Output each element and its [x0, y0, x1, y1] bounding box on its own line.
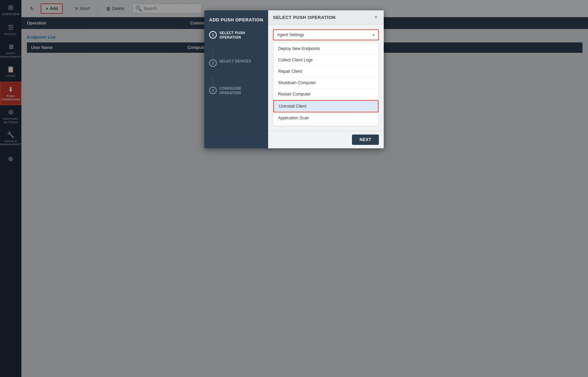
modal-overlay[interactable]: ADD PUSH OPERATION 1 SELECT PUSH OPERATI…	[0, 0, 588, 377]
modal-header: Select push operation ×	[268, 10, 384, 24]
modal-step-3: 3 CONFIGURE OPERATION	[209, 86, 263, 95]
dropdown-item-application-scan[interactable]: Application Scan	[273, 112, 379, 124]
modal-step-1: 1 SELECT PUSH OPERATION	[209, 31, 263, 40]
step-1-label: SELECT PUSH OPERATION	[219, 31, 263, 40]
modal-step-2: 2 SELECT DEVICES	[209, 59, 263, 67]
modal-footer: NEXT	[268, 131, 384, 148]
dropdown-item-uninstall-client[interactable]: Uninstall Client	[273, 100, 379, 112]
step-connector-1	[213, 49, 213, 58]
step-connector-2	[213, 77, 213, 85]
dropdown-item-kill-process[interactable]: Kill Process	[273, 124, 379, 126]
modal-title: ADD PUSH OPERATION	[209, 17, 263, 22]
push-operation-dropdown[interactable]: Agent Settings ▾	[273, 29, 379, 40]
modal-left-panel: ADD PUSH OPERATION 1 SELECT PUSH OPERATI…	[204, 10, 268, 148]
step-3-number: 3	[209, 87, 217, 94]
modal-body: Agent Settings ▾ Deploy New Endpoints Co…	[268, 24, 384, 131]
step-3-label: CONFIGURE OPERATION	[219, 86, 263, 95]
modal-header-title: Select push operation	[273, 15, 335, 20]
dropdown-item-restart-computer[interactable]: Restart Computer	[273, 89, 379, 100]
chevron-down-icon: ▾	[373, 33, 375, 37]
dropdown-selected-value[interactable]: Agent Settings ▾	[274, 30, 378, 40]
dropdown-list: Deploy New Endpoints Collect Client Logs…	[273, 43, 379, 126]
dropdown-item-repair-client[interactable]: Repair Client	[273, 66, 379, 77]
dropdown-item-shutdown-computer[interactable]: Shutdown Computer	[273, 77, 379, 89]
add-push-operation-modal: ADD PUSH OPERATION 1 SELECT PUSH OPERATI…	[204, 10, 384, 148]
modal-right-panel: Select push operation × Agent Settings ▾…	[268, 10, 384, 148]
modal-close-button[interactable]: ×	[373, 14, 379, 21]
step-1-number: 1	[209, 31, 217, 39]
next-button[interactable]: NEXT	[352, 135, 379, 145]
dropdown-item-deploy-new-endpoints[interactable]: Deploy New Endpoints	[273, 43, 379, 54]
dropdown-item-collect-client-logs[interactable]: Collect Client Logs	[273, 54, 379, 66]
dropdown-value-text: Agent Settings	[277, 32, 304, 37]
step-2-label: SELECT DEVICES	[219, 59, 251, 63]
step-2-number: 2	[209, 59, 217, 67]
